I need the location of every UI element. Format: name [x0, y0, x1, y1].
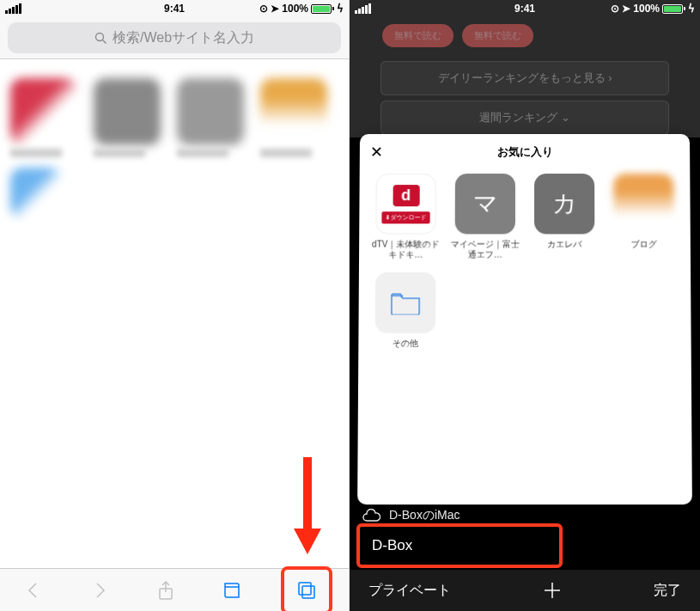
- tabs-button[interactable]: [289, 573, 324, 608]
- battery-icon: [662, 4, 685, 14]
- back-button[interactable]: [16, 573, 51, 608]
- svg-rect-7: [299, 583, 311, 595]
- private-button[interactable]: プライベート: [368, 582, 451, 600]
- dbox-tab-highlight[interactable]: D-Box: [356, 523, 563, 568]
- search-icon: [94, 32, 107, 45]
- favorite-thumb[interactable]: [10, 168, 88, 219]
- favorites-panel: ✕ お気に入り d ⬇ダウンロード dTV｜未体験のドキドキ… マ マイページ｜…: [357, 134, 692, 504]
- bookmarks-button[interactable]: [215, 573, 249, 608]
- dtv-icon: d ⬇ダウンロード: [375, 174, 436, 234]
- favorite-item-mypage[interactable]: マ マイページ｜富士通エフ…: [449, 174, 521, 260]
- location-icon: ➤: [271, 3, 279, 15]
- favorites-title: お気に入り: [496, 144, 552, 160]
- favorite-thumb[interactable]: [10, 78, 88, 157]
- favorite-label: ブログ: [609, 239, 678, 249]
- safari-toolbar: [0, 568, 349, 611]
- favorite-label: dTV｜未体験のドキドキ…: [371, 239, 440, 260]
- favorite-label: マイページ｜富士通エフ…: [451, 239, 520, 260]
- folder-icon: [375, 272, 436, 333]
- done-button[interactable]: 完了: [654, 582, 681, 600]
- lock-rotation-icon: ⊙: [259, 3, 268, 15]
- battery-percent: 100%: [633, 3, 660, 15]
- favorite-item-kaereba[interactable]: カ カエレバ: [528, 174, 600, 260]
- favorite-item-dtv[interactable]: d ⬇ダウンロード dTV｜未体験のドキドキ…: [369, 174, 442, 260]
- favorite-label: カエレバ: [530, 239, 599, 249]
- dbox-label: D-Box: [372, 537, 412, 553]
- close-button[interactable]: ✕: [370, 143, 383, 162]
- letter-icon: マ: [455, 174, 515, 234]
- battery-percent: 100%: [282, 3, 308, 15]
- battery-icon: [311, 4, 334, 14]
- icloud-tabs-row[interactable]: D-BoxのiMac: [362, 508, 688, 523]
- search-input[interactable]: 検索/Webサイト名入力: [8, 22, 341, 53]
- arrow-annotation: [290, 453, 325, 559]
- favorite-thumb[interactable]: [94, 78, 172, 157]
- svg-marker-3: [294, 529, 321, 554]
- tabs-button-highlight: [281, 566, 332, 612]
- tab-view-toolbar: プライベート 完了: [350, 570, 700, 611]
- signal-icon: [355, 3, 371, 14]
- favorite-thumb[interactable]: [260, 78, 338, 157]
- letter-icon: カ: [534, 174, 594, 234]
- charging-icon: ϟ: [688, 3, 695, 15]
- forward-button[interactable]: [82, 573, 117, 608]
- favorite-label: その他: [370, 339, 440, 349]
- bg-row: 週間ランキング ⌄: [380, 101, 669, 135]
- new-tab-button[interactable]: [543, 581, 562, 600]
- bg-chip: 無料で読む: [382, 24, 453, 47]
- favorite-item-blog[interactable]: ブログ: [607, 174, 680, 260]
- favorites-grid-right: d ⬇ダウンロード dTV｜未体験のドキドキ… マ マイページ｜富士通エフ… カ…: [368, 174, 680, 349]
- svg-point-0: [95, 33, 103, 40]
- lock-rotation-icon: ⊙: [611, 3, 619, 15]
- chevron-right-icon: ›: [608, 71, 612, 84]
- favorites-grid: [0, 59, 349, 238]
- search-bar-container: 検索/Webサイト名入力: [0, 17, 349, 59]
- bg-chip: 無料で読む: [462, 24, 533, 47]
- svg-rect-8: [302, 586, 314, 598]
- status-time: 9:41: [164, 3, 185, 15]
- blog-icon: [613, 174, 674, 234]
- cloud-icon: [362, 509, 380, 522]
- signal-icon: [5, 3, 21, 14]
- svg-line-1: [103, 40, 107, 43]
- status-time: 9:41: [514, 3, 535, 15]
- phone-right-tab-view: 無料で読む 無料で読む デイリーランキングをもっと見る › 週間ランキング ⌄ …: [350, 0, 700, 611]
- phone-left-safari-start: 9:41 ⊙ ➤ 100% ϟ 検索/Webサイト名入力: [0, 0, 350, 611]
- charging-icon: ϟ: [337, 3, 344, 15]
- location-icon: ➤: [622, 3, 630, 15]
- favorite-thumb[interactable]: [177, 78, 255, 157]
- status-bar: 9:41 ⊙ ➤ 100% ϟ: [0, 0, 349, 17]
- status-bar: 9:41 ⊙ ➤ 100% ϟ: [350, 0, 700, 17]
- bg-row: デイリーランキングをもっと見る ›: [380, 61, 669, 95]
- background-dimmed-page: 無料で読む 無料で読む デイリーランキングをもっと見る › 週間ランキング ⌄: [350, 0, 700, 137]
- icloud-device-label: D-BoxのiMac: [389, 508, 460, 523]
- share-button[interactable]: [149, 573, 183, 608]
- chevron-down-icon: ⌄: [561, 111, 570, 124]
- favorite-item-folder[interactable]: その他: [368, 272, 441, 349]
- search-placeholder: 検索/Webサイト名入力: [113, 29, 254, 47]
